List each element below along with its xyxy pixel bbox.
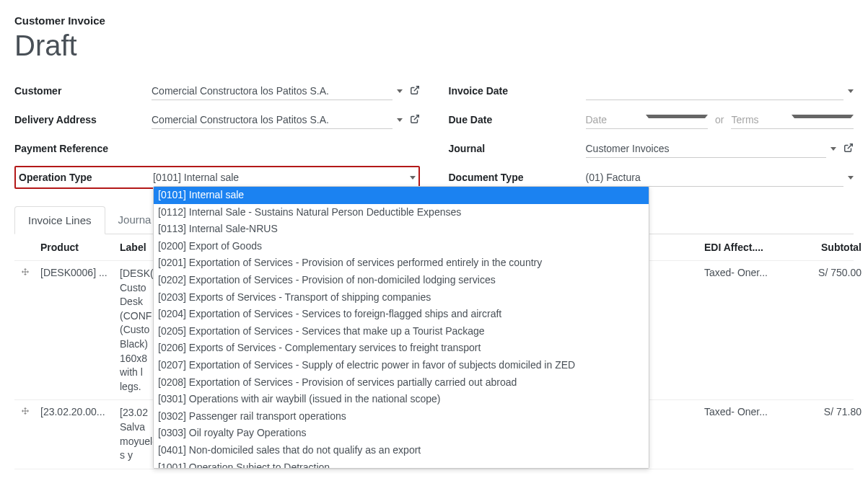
page-title: Draft — [14, 30, 854, 62]
label-journal: Journal — [449, 143, 586, 154]
caret-icon[interactable] — [410, 176, 416, 180]
label-payment-reference: Payment Reference — [14, 143, 152, 154]
input-invoice-date[interactable] — [586, 82, 844, 100]
caret-icon[interactable] — [646, 115, 708, 124]
caret-icon[interactable] — [792, 115, 854, 124]
label-operation-type: Operation Type — [16, 172, 153, 183]
dropdown-option[interactable]: [0401] Non-domiciled sales that do not q… — [154, 442, 649, 459]
drag-handle-icon[interactable] — [14, 267, 36, 278]
due-date-date-placeholder[interactable]: Date — [586, 111, 642, 128]
input-delivery-address[interactable] — [152, 111, 393, 129]
dropdown-option[interactable]: [0206] Exports of Services - Complementa… — [154, 340, 649, 357]
tab-invoice-lines[interactable]: Invoice Lines — [14, 206, 105, 234]
dropdown-option[interactable]: [0101] Internal sale — [154, 187, 649, 204]
dropdown-option[interactable]: [0200] Export of Goods — [154, 238, 649, 255]
dropdown-option[interactable]: [0203] Exports of Services - Transport o… — [154, 289, 649, 306]
dropdown-option[interactable]: [0201] Exportation of Services - Provisi… — [154, 255, 649, 272]
dropdown-option[interactable]: [0301] Operations with air waybill (issu… — [154, 391, 649, 408]
cell-product: [DESK0006] ... — [36, 267, 115, 278]
dropdown-option[interactable]: [0202] Exportation of Services - Provisi… — [154, 272, 649, 289]
dropdown-option[interactable]: [0112] Internal Sale - Sustains Natural … — [154, 204, 649, 221]
svg-line-0 — [413, 86, 418, 90]
label-due-date: Due Date — [449, 114, 586, 125]
row-due-date: Due Date Date or Terms — [449, 108, 854, 131]
caret-icon[interactable] — [830, 147, 836, 151]
th-product: Product — [36, 242, 115, 253]
label-delivery-address: Delivery Address — [14, 114, 152, 125]
input-journal[interactable] — [586, 140, 827, 158]
dropdown-option[interactable]: [1001] Operation Subject to Detraction — [154, 459, 649, 469]
caret-icon[interactable] — [848, 176, 854, 180]
label-document-type: Document Type — [449, 172, 586, 183]
form-grid: Customer Invoice Date Delivery Address D… — [14, 79, 854, 189]
cell-subtotal: S/ 750.00 — [794, 267, 866, 278]
dropdown-option[interactable]: [0303] Oil royalty Pay Operations — [154, 425, 649, 442]
input-customer[interactable] — [152, 82, 393, 100]
input-operation-type[interactable] — [153, 169, 405, 186]
svg-line-1 — [413, 115, 418, 119]
external-link-icon[interactable] — [843, 143, 854, 155]
caret-icon[interactable] — [397, 118, 403, 122]
or-text: or — [715, 114, 724, 125]
dropdown-option[interactable]: [0113] Internal Sale-NRUS — [154, 221, 649, 238]
page-subtitle: Customer Invoice — [14, 14, 854, 27]
due-date-terms-placeholder[interactable]: Terms — [731, 111, 787, 128]
cell-edi: Taxed- Oner... — [700, 267, 794, 278]
label-invoice-date: Invoice Date — [449, 85, 586, 97]
row-journal: Journal — [449, 137, 854, 160]
caret-icon[interactable] — [397, 89, 403, 93]
dropdown-option[interactable]: [0205] Exportation of Services - Service… — [154, 323, 649, 340]
row-invoice-date: Invoice Date — [449, 79, 854, 102]
row-customer: Customer — [14, 79, 420, 102]
svg-line-2 — [848, 143, 852, 148]
operation-type-dropdown[interactable]: [0101] Internal sale[0112] Internal Sale… — [153, 186, 649, 469]
label-customer: Customer — [14, 85, 152, 97]
row-delivery-address: Delivery Address — [14, 108, 420, 131]
th-subtotal: Subtotal — [794, 242, 866, 253]
input-document-type[interactable] — [586, 169, 844, 187]
external-link-icon[interactable] — [410, 114, 420, 126]
th-edi: EDI Affect.... — [700, 242, 794, 253]
dropdown-option[interactable]: [0207] Exportation of Services - Supply … — [154, 357, 649, 374]
cell-subtotal: S/ 71.80 — [794, 406, 866, 417]
dropdown-option[interactable]: [0208] Exportation of Services - Provisi… — [154, 374, 649, 392]
dropdown-option[interactable]: [0204] Exportation of Services - Service… — [154, 306, 649, 323]
row-payment-reference: Payment Reference — [14, 137, 420, 160]
dropdown-option[interactable]: [0302] Passenger rail transport operatio… — [154, 408, 649, 425]
row-operation-type: Operation Type [0101] Internal sale[0112… — [14, 166, 420, 189]
cell-edi: Taxed- Oner... — [700, 406, 794, 417]
external-link-icon[interactable] — [410, 85, 420, 97]
drag-handle-icon[interactable] — [14, 406, 36, 417]
caret-icon[interactable] — [848, 89, 854, 93]
cell-product: [23.02.20.00... — [36, 406, 115, 417]
